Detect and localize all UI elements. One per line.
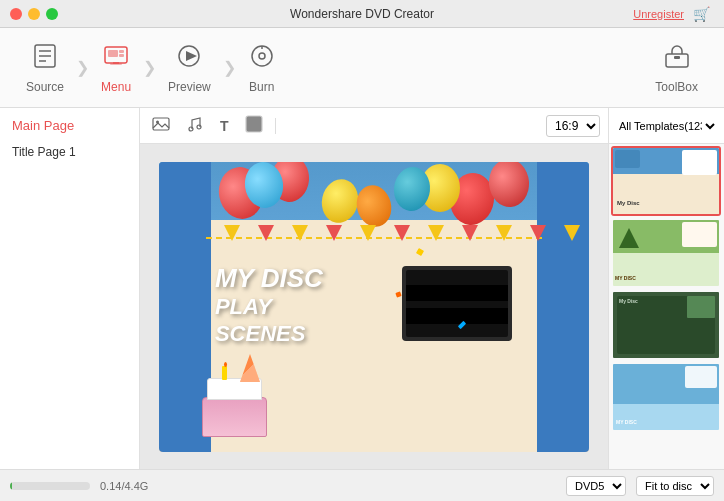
svg-rect-17 (153, 118, 169, 130)
app-title: Wondershare DVD Creator (290, 7, 434, 21)
disc-type-select[interactable]: DVD5 DVD9 (566, 476, 626, 496)
preview-image: MY DISC PLAY SCENES (159, 162, 589, 452)
scene-title: MY DISC PLAY SCENES (215, 263, 323, 347)
color-tool-icon[interactable] (241, 113, 267, 139)
source-label: Source (26, 80, 64, 94)
right-panel-bg (537, 162, 589, 452)
progress-bar (10, 482, 90, 490)
toolbox-button[interactable]: ToolBox (639, 34, 714, 102)
nav-burn[interactable]: Burn (232, 34, 292, 102)
traffic-lights (10, 8, 58, 20)
template-thumb-1[interactable]: My Disc (611, 146, 721, 216)
status-bar: 0.14/4.4G DVD5 DVD9 Fit to disc Custom (0, 469, 724, 501)
text-tool-icon[interactable]: T (216, 116, 233, 136)
center-panel: T 16:9 4:3 (140, 108, 608, 469)
template-list: My Disc MY DISC My Disc (609, 144, 724, 469)
source-icon (31, 42, 59, 76)
toolbox-icon (663, 42, 691, 76)
template-filter-select[interactable]: All Templates(123) (615, 119, 718, 133)
svg-rect-7 (119, 54, 124, 57)
tv-prop (402, 266, 512, 341)
nav-preview[interactable]: Preview (152, 34, 227, 102)
center-toolbar: T 16:9 4:3 (140, 108, 608, 144)
template-thumb-4[interactable]: MY DISC (611, 362, 721, 432)
right-panel: All Templates(123) My Disc MY DISC (608, 108, 724, 469)
template-thumb-3[interactable]: My Disc (611, 290, 721, 360)
ratio-select[interactable]: 16:9 4:3 (546, 115, 600, 137)
svg-rect-16 (674, 56, 680, 59)
left-panel: Main Page Title Page 1 (0, 108, 140, 469)
toolbar: Source ❯ Menu ❯ (0, 28, 724, 108)
svg-rect-15 (666, 54, 688, 67)
cake-prop (202, 377, 267, 437)
fit-option-select[interactable]: Fit to disc Custom (636, 476, 714, 496)
cart-icon[interactable]: 🛒 (693, 6, 710, 22)
title-bar: Wondershare DVD Creator Unregister 🛒 (0, 0, 724, 28)
svg-marker-11 (186, 51, 197, 61)
template-thumb-2[interactable]: MY DISC (611, 218, 721, 288)
toolbar-nav: Source ❯ Menu ❯ (10, 34, 639, 102)
preview-area: MY DISC PLAY SCENES (140, 144, 608, 469)
progress-bar-fill (10, 482, 12, 490)
nav-source[interactable]: Source (10, 34, 80, 102)
burn-label: Burn (249, 80, 274, 94)
svg-rect-21 (246, 116, 262, 132)
nav-menu[interactable]: Menu (85, 34, 147, 102)
music-tool-icon[interactable] (182, 113, 208, 139)
left-panel-item[interactable]: Title Page 1 (0, 141, 139, 163)
close-button[interactable] (10, 8, 22, 20)
scene-background: MY DISC PLAY SCENES (159, 162, 589, 452)
maximize-button[interactable] (46, 8, 58, 20)
toolbox-label: ToolBox (655, 80, 698, 94)
toolbar-separator (275, 118, 276, 134)
svg-rect-9 (110, 63, 122, 65)
menu-icon (102, 42, 130, 76)
minimize-button[interactable] (28, 8, 40, 20)
storage-info: 0.14/4.4G (100, 480, 148, 492)
right-panel-header: All Templates(123) (609, 108, 724, 144)
svg-rect-6 (119, 50, 124, 53)
left-panel-header: Main Page (0, 118, 139, 141)
menu-label: Menu (101, 80, 131, 94)
svg-rect-5 (108, 50, 118, 57)
burn-icon (248, 42, 276, 76)
unregister-link[interactable]: Unregister (633, 8, 684, 20)
preview-label: Preview (168, 80, 211, 94)
main-area: Main Page Title Page 1 T (0, 108, 724, 469)
image-tool-icon[interactable] (148, 113, 174, 139)
svg-point-13 (259, 53, 265, 59)
preview-icon (175, 42, 203, 76)
bunting-flags (224, 225, 580, 241)
